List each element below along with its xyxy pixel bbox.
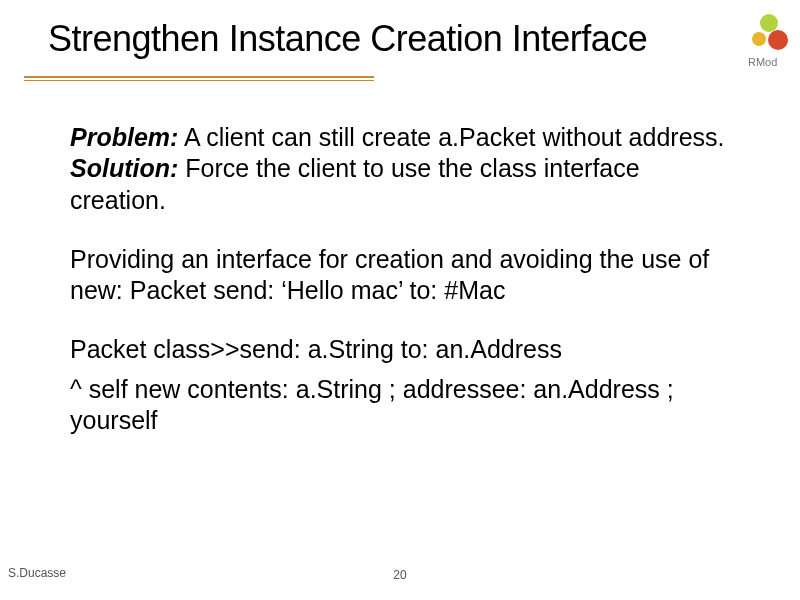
page-number: 20	[393, 568, 406, 582]
problem-text: A client can still create a.Packet witho…	[178, 123, 724, 151]
method-signature: Packet class>>send: a.String to: an.Addr…	[70, 334, 740, 365]
logo-dot-red	[768, 30, 788, 50]
slide-title-block: Strengthen Instance Creation Interface	[48, 18, 760, 60]
explanation-para: Providing an interface for creation and …	[70, 244, 740, 307]
slide-body: Problem: A client can still create a.Pac…	[70, 122, 740, 464]
title-underline-thin	[24, 80, 374, 81]
author-label: S.Ducasse	[8, 566, 66, 580]
problem-label: Problem:	[70, 123, 178, 151]
title-underline	[24, 76, 374, 78]
problem-solution-para: Problem: A client can still create a.Pac…	[70, 122, 740, 216]
method-body: ^ self new contents: a.String ; addresse…	[70, 374, 740, 437]
solution-label: Solution:	[70, 154, 178, 182]
slide-title: Strengthen Instance Creation Interface	[48, 18, 760, 60]
